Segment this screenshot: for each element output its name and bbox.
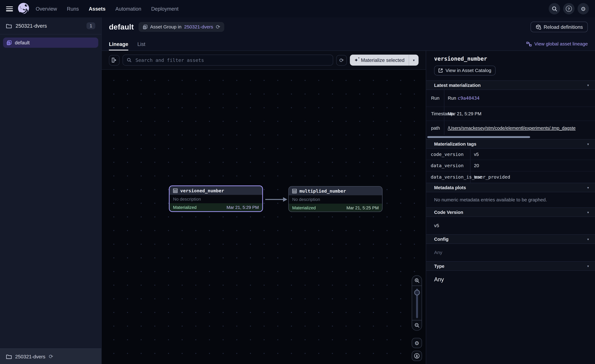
zoom-in-button[interactable] [412,276,422,286]
sidebar-item-default[interactable]: default [3,37,98,48]
nav-item-automation[interactable]: Automation [115,6,141,12]
search-icon [552,6,557,12]
settings-button[interactable]: ⚙ [577,3,589,14]
zoom-slider-handle[interactable] [414,290,420,295]
graph-settings-button[interactable]: ⚙ [412,338,422,348]
nav-item-assets[interactable]: Assets [89,6,105,12]
canvas-controls: ⚙ [412,275,422,361]
badge-code-location-link[interactable]: 250321-dvers [184,24,213,29]
materialize-selected-label: Materialize selected [361,57,404,63]
lineage-canvas[interactable]: versioned_number No description Material… [102,70,426,364]
path-link[interactable]: /Users/smackesey/stm/code/elementl/exper… [448,125,576,131]
view-in-asset-catalog-button[interactable]: View in Asset Catalog [434,66,496,76]
tag-row: code_version v5 [426,149,595,160]
refresh-graph-button[interactable]: ⟳ [336,55,347,65]
refresh-icon: ⟳ [340,57,344,63]
view-in-asset-catalog-label: View in Asset Catalog [446,68,491,73]
asset-name-title: versioned_number [434,56,587,62]
tag-row: data_version_is_user_provided true [426,171,595,183]
section-heading: Config [434,236,448,242]
zoom-out-icon [414,323,419,328]
tag-value: 20 [471,160,595,171]
nav-item-overview[interactable]: Overview [36,6,57,12]
asset-group-badge: Asset Group in 250321-dvers ⟳ [138,22,225,32]
help-icon: ? [566,6,572,12]
asset-group-icon [142,25,148,29]
section-heading: Materialization tags [434,141,476,147]
tab-lineage[interactable]: Lineage [109,42,128,50]
code-location-label: 250321-dvers [15,354,45,359]
download-image-button[interactable] [412,351,422,361]
asset-search-box [123,55,333,66]
reload-definitions-icon [535,24,541,30]
collapse-panel-button[interactable] [109,55,120,65]
caret-down-icon: ▾ [587,83,589,87]
lineage-graph-pane: ⟳ ✦✦ Materialize selected ▾ [102,51,426,364]
asset-node-description: No description [173,197,201,201]
horizontal-scrollbar[interactable] [427,136,595,138]
reload-definitions-button[interactable]: Reload definitions [530,21,588,32]
section-materialization-tags[interactable]: Materialization tags ▾ [426,139,595,149]
table-row: Run Run c9a40434 [426,90,595,107]
sidebar-item-label: default [15,40,30,45]
refresh-icon[interactable]: ⟳ [216,24,220,29]
zoom-out-button[interactable] [412,320,422,330]
timestamp-value: Mar 21, 5:29 PM [448,111,481,116]
gear-icon: ⚙ [581,6,586,12]
view-tabs: Lineage List [109,36,145,50]
caret-down-icon: ▾ [587,186,589,189]
materialize-selected-button[interactable]: ✦✦ Materialize selected ▾ [350,55,418,66]
graph-toolbar: ⟳ ✦✦ Materialize selected ▾ [102,51,426,70]
section-heading: Type [434,263,445,269]
caret-down-icon: ▾ [587,210,589,214]
tag-key: data_version_is_user_provided [426,171,471,183]
sidebar-group-250321-dvers[interactable]: 250321-dvers 1 [0,17,101,35]
section-metadata-plots[interactable]: Metadata plots ▾ [426,183,595,192]
tab-list[interactable]: List [137,42,145,50]
caret-down-icon: ▾ [587,237,589,241]
zoom-slider[interactable] [412,286,422,320]
nav-item-runs[interactable]: Runs [67,6,79,12]
search-button[interactable] [549,3,560,14]
download-icon [414,353,420,359]
badge-prefix: Asset Group in [150,24,182,29]
tag-key: code_version [426,149,471,160]
row-key: path [426,121,445,135]
run-prefix: Run [448,96,456,101]
scrollbar-thumb[interactable] [427,136,530,138]
row-key: Timestamp [426,107,445,120]
panel-toggle-icon [112,58,117,63]
app-root: Overview Runs Assets Automation Deployme… [0,0,595,364]
asset-group-icon [7,40,12,45]
hamburger-menu-icon[interactable] [6,6,13,11]
config-value: Any [426,244,595,261]
sidebar-group-label: 250321-dvers [16,23,83,28]
asset-node-name: multiplied_number [299,188,346,194]
sidebar-footer: 250321-dvers ⟳ [0,349,101,364]
materialize-dropdown-button[interactable]: ▾ [409,55,419,66]
view-global-asset-lineage-link[interactable]: View global asset lineage [526,42,588,50]
gear-icon: ⚙ [414,340,419,346]
asset-node-multiplied-number[interactable]: multiplied_number No description Materia… [288,186,382,212]
section-latest-materialization[interactable]: Latest materialization ▾ [426,80,595,90]
section-heading: Code Version [434,210,463,215]
help-button[interactable]: ? [563,3,574,14]
zoom-in-icon [414,278,419,283]
nav-item-deployment[interactable]: Deployment [151,6,178,12]
section-config[interactable]: Config ▾ [426,234,595,244]
dagster-logo[interactable] [17,2,30,15]
caret-down-icon: ▾ [413,58,415,62]
run-id-link[interactable]: c9a40434 [458,96,480,101]
asset-node-versioned-number[interactable]: versioned_number No description Material… [169,185,263,212]
search-input[interactable] [135,57,329,63]
section-type[interactable]: Type ▾ [426,261,595,271]
page-header: default Asset Group in 250321-dvers ⟳ [102,17,595,51]
tag-row: data_version 20 [426,160,595,171]
section-code-version[interactable]: Code Version ▾ [426,207,595,217]
lineage-edge [102,70,426,364]
refresh-icon[interactable]: ⟳ [49,354,53,359]
external-link-icon [438,68,443,73]
view-global-asset-lineage-label: View global asset lineage [534,42,588,47]
asset-count-badge: 1 [87,22,95,29]
search-icon [127,58,132,63]
